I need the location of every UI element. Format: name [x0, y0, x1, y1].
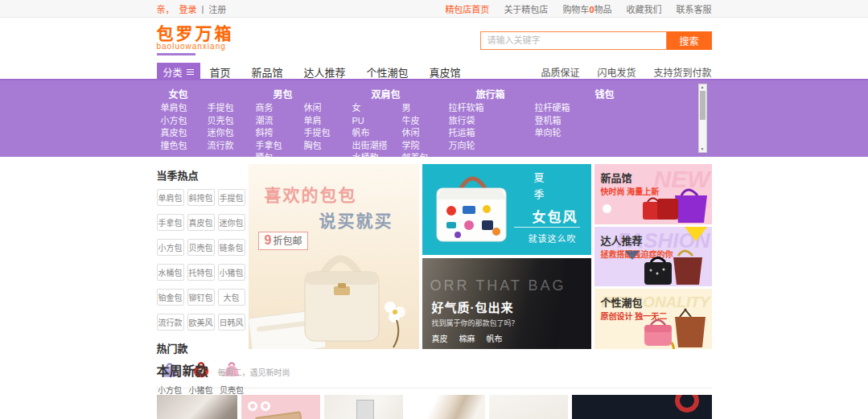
product-tile[interactable] [157, 395, 237, 419]
hot-tag[interactable]: 迷你包 [218, 214, 245, 231]
cart-link[interactable]: 购物车0物品 [562, 2, 611, 15]
greeting-text: 亲， [157, 2, 175, 15]
mega-item[interactable]: 腰包 [256, 152, 282, 165]
mega-item[interactable]: 贝壳包 [208, 115, 234, 128]
nav-item-new-arrivals[interactable]: 新品馆 [252, 64, 283, 80]
hot-tag[interactable]: 单肩包 [157, 189, 184, 206]
category-menu-button[interactable]: 分类 [157, 63, 200, 80]
mega-section-luggage[interactable]: 旅行箱 [476, 87, 505, 101]
mega-item[interactable]: 帆布 [352, 127, 388, 140]
hot-tag[interactable]: 流行款 [157, 314, 184, 331]
mega-item[interactable]: 手提包 [304, 127, 331, 140]
hot-topics-title: 当季热点 [157, 167, 245, 183]
mega-item[interactable]: 小方包 [161, 115, 187, 128]
hot-tag[interactable]: 铂金包 [157, 289, 184, 306]
logo[interactable]: 包罗万箱 baoluowanxiang [157, 25, 234, 56]
search-input[interactable] [480, 31, 667, 50]
mega-item[interactable]: 男 [402, 102, 429, 115]
hot-tag[interactable]: 链条包 [218, 239, 245, 256]
sidebar-hot-topics: 当季热点 单肩包 斜挎包 手提包 手拿包 真皮包 迷你包 小方包 贝壳包 链条包… [157, 164, 245, 349]
product-tile[interactable] [324, 395, 403, 419]
mega-item[interactable]: 拉杆软箱 [449, 102, 484, 115]
promo-new-arrivals[interactable]: NEW 新品馆 快时尚 海量上新 [594, 164, 712, 224]
mega-item[interactable]: 学院 [402, 140, 429, 153]
mega-item[interactable]: 单向轮 [535, 127, 570, 140]
hot-tag[interactable]: 斜挎包 [187, 189, 215, 206]
material-tag-cotton-linen[interactable]: 棉麻 [459, 332, 475, 344]
mega-item[interactable]: 单肩 [304, 115, 331, 128]
logo-underline [157, 53, 195, 55]
product-tile[interactable] [489, 395, 568, 419]
mega-item[interactable]: 单肩包 [161, 102, 187, 115]
popular-item-label: 小方包 [157, 384, 183, 396]
mega-section-backpacks[interactable]: 双肩包 [372, 87, 401, 101]
contact-support-link[interactable]: 联系客服 [677, 2, 712, 15]
material-tag-leather[interactable]: 真皮 [432, 332, 448, 344]
hot-tag[interactable]: 小猪包 [218, 264, 245, 281]
nav-item-trendy-bags[interactable]: 个性潮包 [367, 64, 409, 80]
mega-item[interactable]: 斜挎 [256, 127, 282, 140]
mega-item[interactable]: 水桶款 [352, 152, 388, 165]
mega-item[interactable]: 撞色包 [161, 140, 187, 153]
mega-item[interactable]: 手提包 [208, 102, 234, 115]
promo-trendy-bags[interactable]: PERSONALITY 个性潮包 原创设计 独一无二 [594, 289, 712, 349]
nav-item-leather-hall[interactable]: 真皮馆 [430, 64, 461, 80]
hot-tag[interactable]: 日韩风 [218, 314, 245, 331]
hot-tag[interactable]: 小方包 [157, 239, 184, 256]
about-store-link[interactable]: 关于精包店 [504, 2, 548, 15]
mega-section-women-bags[interactable]: 女包 [169, 87, 188, 101]
mega-item[interactable]: 登机箱 [535, 115, 570, 128]
mega-section-men-bags[interactable]: 男包 [274, 87, 293, 101]
hero-line2: 说买就买 [319, 207, 393, 232]
mega-item[interactable]: 商务 [256, 102, 282, 115]
mega-item[interactable]: 拉杆硬箱 [535, 102, 570, 115]
mega-item[interactable]: PU [352, 115, 388, 128]
mega-item[interactable]: 手拿包 [256, 140, 282, 153]
mega-item[interactable]: 胸包 [304, 140, 331, 153]
nav-item-home[interactable]: 首页 [210, 64, 231, 80]
scroll-down-icon[interactable]: ▼ [699, 146, 706, 152]
hot-tag[interactable]: 大包 [218, 289, 245, 306]
summer-banner[interactable]: 夏季 女包风 就该这么吹 [422, 164, 591, 255]
more-new-arrivals-tile[interactable]: 更多新款 [572, 395, 712, 419]
hot-tag[interactable]: 托特包 [187, 264, 215, 281]
hot-tag[interactable]: 贝壳包 [187, 239, 215, 256]
hot-tag[interactable]: 欧美风 [187, 314, 215, 331]
mega-menu-scrollbar[interactable]: ▲ ▼ [698, 84, 707, 153]
mega-item[interactable]: 休闲 [304, 102, 331, 115]
search-button[interactable]: 搜索 [667, 31, 712, 50]
hot-tag[interactable]: 手提包 [218, 189, 245, 206]
mega-item[interactable]: 旅行袋 [449, 115, 484, 128]
mega-item[interactable]: 潮流 [256, 115, 282, 128]
promo-expert-picks[interactable]: FASHION 达人推荐 拯救搭配强迫症的你 [594, 227, 712, 287]
quality-banner[interactable]: ORR THAT BAG 好气质·包出来 找到属于你的那款包了吗？ 真皮 棉麻 … [422, 258, 591, 349]
login-link[interactable]: 登录 [179, 2, 197, 15]
product-tile[interactable] [241, 395, 320, 419]
mega-item[interactable]: 邮差包 [402, 152, 429, 165]
material-tag-canvas[interactable]: 帆布 [487, 332, 503, 344]
hot-tag[interactable]: 水桶包 [157, 264, 184, 281]
mega-item[interactable]: 万向轮 [449, 140, 484, 153]
nav-item-expert-picks[interactable]: 达人推荐 [304, 64, 346, 80]
mega-item[interactable]: 真皮包 [161, 127, 187, 140]
mega-item[interactable]: 出街潮搭 [352, 140, 388, 153]
mega-item[interactable]: 托运箱 [449, 127, 484, 140]
hot-tag[interactable]: 铆钉包 [187, 289, 215, 306]
mega-item[interactable]: 女 [352, 102, 388, 115]
mega-item[interactable]: 牛皮 [402, 115, 429, 128]
scroll-up-icon[interactable]: ▲ [699, 84, 706, 90]
favorites-link[interactable]: 收藏我们 [627, 2, 662, 15]
store-home-link[interactable]: 精包店首页 [445, 2, 489, 15]
hot-tag[interactable]: 真皮包 [187, 214, 215, 231]
scrollbar-thumb[interactable] [700, 91, 706, 120]
register-link[interactable]: 注册 [208, 2, 226, 15]
product-tile[interactable] [407, 395, 485, 419]
mega-item[interactable]: 迷你包 [208, 127, 234, 140]
hero-banner[interactable]: 喜欢的包包 说买就买 9 折包邮 [249, 164, 419, 349]
mega-section-wallets[interactable]: 钱包 [595, 87, 615, 101]
quality-subtitle: 找到属于你的那款包了吗？ [432, 318, 519, 328]
sunglasses-shape [261, 401, 270, 411]
mega-item[interactable]: 休闲 [402, 127, 429, 140]
hot-tag[interactable]: 手拿包 [157, 214, 184, 231]
mega-item[interactable]: 流行款 [208, 140, 234, 153]
